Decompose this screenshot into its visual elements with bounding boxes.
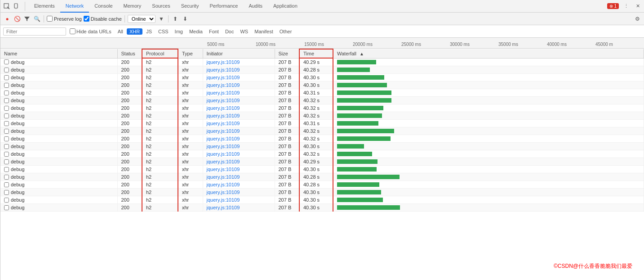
- row-checkbox[interactable]: [4, 159, 9, 164]
- initiator-link[interactable]: jquery.js:10109: [207, 90, 240, 95]
- col-size[interactable]: Size: [275, 49, 299, 58]
- initiator-link[interactable]: jquery.js:10109: [207, 159, 240, 164]
- disable-cache-checkbox[interactable]: Disable cache: [84, 16, 122, 22]
- initiator-link[interactable]: jquery.js:10109: [207, 121, 240, 126]
- initiator-link[interactable]: jquery.js:10109: [207, 197, 240, 203]
- row-checkbox[interactable]: [4, 190, 9, 195]
- initiator-link[interactable]: jquery.js:10109: [207, 59, 240, 65]
- clear-button[interactable]: 🚫: [13, 15, 21, 23]
- row-checkbox[interactable]: [4, 90, 9, 95]
- filter-js-btn[interactable]: JS: [143, 28, 155, 35]
- col-type[interactable]: Type: [178, 49, 203, 58]
- more-tabs-icon[interactable]: ⋮: [622, 2, 631, 11]
- row-checkbox[interactable]: [4, 113, 9, 118]
- filter-xhr-btn[interactable]: XHR: [127, 28, 142, 35]
- cell-waterfall: [333, 189, 644, 196]
- row-name: debug: [11, 205, 25, 210]
- row-name: debug: [11, 121, 25, 126]
- export-icon[interactable]: ⬇: [181, 15, 189, 23]
- row-checkbox[interactable]: [4, 175, 9, 180]
- search-button[interactable]: 🔍: [33, 15, 41, 23]
- row-checkbox[interactable]: [4, 83, 9, 88]
- filter-ws-btn[interactable]: WS: [237, 28, 251, 35]
- row-checkbox[interactable]: [4, 59, 9, 64]
- device-icon[interactable]: [12, 2, 21, 11]
- initiator-link[interactable]: jquery.js:10109: [207, 128, 240, 134]
- tab-audits[interactable]: Audits: [243, 0, 268, 13]
- row-checkbox[interactable]: [4, 75, 9, 80]
- preserve-log-checkbox[interactable]: Preserve log: [47, 16, 82, 22]
- cell-time: 40.29 s: [299, 58, 333, 66]
- filter-input[interactable]: [3, 27, 66, 36]
- record-button[interactable]: ●: [3, 15, 11, 23]
- initiator-link[interactable]: jquery.js:10109: [207, 151, 240, 157]
- row-checkbox[interactable]: [4, 98, 9, 103]
- initiator-link[interactable]: jquery.js:10109: [207, 182, 240, 187]
- cell-initiator: jquery.js:10109: [203, 58, 275, 66]
- inspect-icon[interactable]: [2, 2, 11, 11]
- initiator-link[interactable]: jquery.js:10109: [207, 98, 240, 103]
- row-checkbox[interactable]: [4, 106, 9, 111]
- initiator-link[interactable]: jquery.js:10109: [207, 105, 240, 111]
- col-time[interactable]: Time: [299, 49, 333, 58]
- filter-font-btn[interactable]: Font: [206, 28, 222, 35]
- filter-manifest-btn[interactable]: Manifest: [252, 28, 276, 35]
- col-name[interactable]: Name: [0, 49, 117, 58]
- tab-memory[interactable]: Memory: [118, 0, 147, 13]
- row-checkbox[interactable]: [4, 129, 9, 134]
- row-checkbox[interactable]: [4, 198, 9, 203]
- tab-security[interactable]: Security: [176, 0, 204, 13]
- tab-network[interactable]: Network: [60, 0, 89, 13]
- row-checkbox[interactable]: [4, 68, 9, 72]
- initiator-link[interactable]: jquery.js:10109: [207, 167, 240, 172]
- close-devtools-icon[interactable]: ✕: [633, 2, 642, 11]
- col-initiator[interactable]: Initiator: [203, 49, 275, 58]
- col-protocol[interactable]: Protocol: [142, 49, 178, 58]
- hide-data-urls-input[interactable]: [70, 28, 76, 34]
- tab-application[interactable]: Application: [268, 0, 303, 13]
- filter-other-btn[interactable]: Other: [277, 28, 295, 35]
- throttle-down-icon[interactable]: ▼: [157, 15, 165, 23]
- col-waterfall[interactable]: Waterfall ▲: [333, 49, 644, 58]
- row-checkbox[interactable]: [4, 182, 9, 187]
- initiator-link[interactable]: jquery.js:10109: [207, 113, 240, 118]
- disable-cache-input[interactable]: [84, 16, 89, 22]
- import-icon[interactable]: ⬆: [171, 15, 179, 23]
- filter-css-btn[interactable]: CSS: [155, 28, 171, 35]
- settings-button[interactable]: ⚙: [633, 15, 641, 23]
- row-checkbox[interactable]: [4, 205, 9, 210]
- initiator-link[interactable]: jquery.js:10109: [207, 205, 240, 210]
- row-checkbox[interactable]: [4, 136, 9, 141]
- tab-elements[interactable]: Elements: [29, 0, 60, 13]
- filter-all-btn[interactable]: All: [115, 28, 126, 35]
- filter-icon[interactable]: [23, 15, 31, 23]
- cell-time: 40.30 s: [299, 189, 333, 196]
- hide-data-urls-checkbox[interactable]: Hide data URLs: [70, 28, 111, 34]
- waterfall-bar: [337, 129, 394, 133]
- tab-console[interactable]: Console: [89, 0, 118, 13]
- cell-status: 200: [117, 204, 142, 212]
- throttle-select[interactable]: Online: [128, 15, 155, 23]
- initiator-link[interactable]: jquery.js:10109: [207, 144, 240, 149]
- row-checkbox[interactable]: [4, 121, 9, 126]
- initiator-link[interactable]: jquery.js:10109: [207, 82, 240, 88]
- initiator-link[interactable]: jquery.js:10109: [207, 75, 240, 80]
- row-checkbox[interactable]: [4, 167, 9, 172]
- filter-doc-btn[interactable]: Doc: [222, 28, 237, 35]
- preserve-log-input[interactable]: [47, 16, 53, 22]
- table-row: debug200h2xhrjquery.js:10109207 B40.30 s: [0, 166, 644, 173]
- col-status[interactable]: Status: [117, 49, 142, 58]
- row-checkbox[interactable]: [4, 152, 9, 157]
- initiator-link[interactable]: jquery.js:10109: [207, 174, 240, 180]
- row-checkbox[interactable]: [4, 144, 9, 149]
- filter-img-btn[interactable]: Img: [172, 28, 186, 35]
- initiator-link[interactable]: jquery.js:10109: [207, 67, 240, 72]
- filter-media-btn[interactable]: Media: [187, 28, 205, 35]
- tab-performance[interactable]: Performance: [204, 0, 243, 13]
- initiator-link[interactable]: jquery.js:10109: [207, 136, 240, 141]
- row-name: debug: [11, 190, 25, 195]
- table-row: debug200h2xhrjquery.js:10109207 B40.30 s: [0, 196, 644, 204]
- initiator-link[interactable]: jquery.js:10109: [207, 190, 240, 195]
- waterfall-bar: [337, 113, 382, 118]
- tab-sources[interactable]: Sources: [147, 0, 175, 13]
